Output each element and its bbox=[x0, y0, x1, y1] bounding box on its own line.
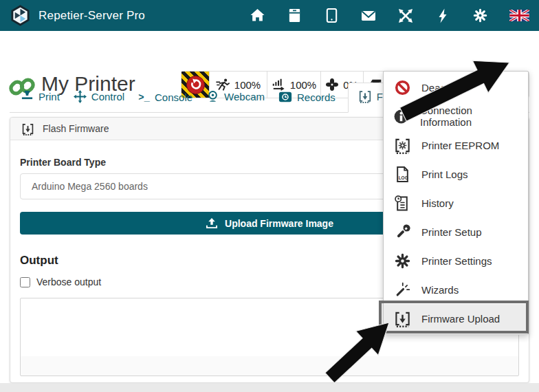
repetier-server-page: Repetier-Server Pro bbox=[0, 0, 539, 392]
tab-control[interactable]: Control bbox=[72, 84, 126, 112]
wrench-icon bbox=[393, 224, 411, 240]
wand-icon bbox=[393, 282, 411, 298]
bolt-icon[interactable] bbox=[435, 8, 450, 23]
print-icon bbox=[21, 90, 34, 103]
info-icon bbox=[393, 109, 410, 124]
printer-box-icon[interactable] bbox=[287, 8, 302, 23]
menu-item-connection-information[interactable]: Connection Information bbox=[384, 102, 528, 131]
tab-print[interactable]: Print bbox=[19, 84, 61, 112]
menu-item-printer-eeprom[interactable]: Printer EEPROM bbox=[384, 131, 528, 160]
home-icon[interactable] bbox=[250, 8, 265, 23]
upload-icon bbox=[206, 217, 218, 229]
move-icon bbox=[74, 90, 87, 103]
svg-text:LOG: LOG bbox=[398, 175, 408, 180]
gear-icon[interactable] bbox=[472, 8, 487, 23]
tab-console[interactable]: >_ Console bbox=[137, 85, 194, 112]
firmware-chip-icon bbox=[358, 89, 372, 103]
history-icon bbox=[393, 195, 411, 211]
tablet-icon[interactable] bbox=[324, 8, 339, 23]
eeprom-chip-icon bbox=[393, 137, 411, 154]
webcam-icon bbox=[206, 90, 219, 103]
menu-item-printer-settings[interactable]: Printer Settings bbox=[384, 246, 528, 275]
mail-icon[interactable] bbox=[361, 8, 376, 23]
verbose-output-checkbox[interactable] bbox=[20, 277, 30, 287]
firmware-chip-icon bbox=[21, 122, 34, 135]
records-icon bbox=[278, 91, 292, 103]
log-file-icon: LOG bbox=[393, 166, 411, 182]
tab-records[interactable]: Records bbox=[277, 85, 337, 112]
verbose-output-label: Verbose output bbox=[36, 276, 101, 287]
expand-arrows-icon[interactable] bbox=[398, 8, 413, 23]
repetier-logo-icon bbox=[10, 5, 31, 26]
menu-item-print-logs[interactable]: LOG Print Logs bbox=[384, 160, 528, 188]
app-title: Repetier-Server Pro bbox=[38, 9, 145, 23]
top-navbar: Repetier-Server Pro bbox=[0, 0, 539, 31]
menu-item-deactivate[interactable]: Deactivate bbox=[384, 73, 528, 102]
panel-title: Flash Firmware bbox=[43, 123, 109, 134]
menu-item-printer-setup[interactable]: Printer Setup bbox=[384, 217, 528, 246]
firmware-chip-icon bbox=[393, 310, 411, 327]
page-background bbox=[0, 383, 539, 392]
menu-item-wizards[interactable]: Wizards bbox=[384, 275, 528, 304]
console-icon: >_ bbox=[138, 92, 150, 103]
ban-icon bbox=[393, 80, 411, 96]
uk-flag-icon[interactable] bbox=[509, 8, 529, 23]
tab-webcam[interactable]: Webcam bbox=[205, 84, 266, 112]
menu-item-firmware-upload[interactable]: Firmware Upload bbox=[384, 304, 528, 333]
menu-item-history[interactable]: History bbox=[384, 188, 528, 217]
gear-icon bbox=[393, 253, 411, 269]
printer-menu-dropdown: Deactivate Connection Information bbox=[383, 71, 529, 335]
